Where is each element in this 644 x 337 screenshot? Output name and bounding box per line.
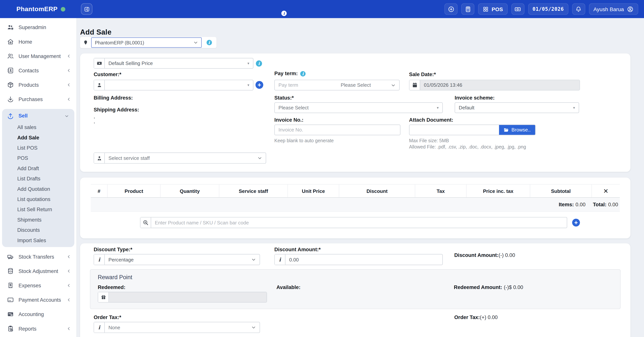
credit-card-icon — [7, 296, 14, 303]
sidebar-item-label: Superadmin — [18, 24, 46, 30]
sale-date-input[interactable] — [420, 80, 580, 90]
location-info-icon[interactable]: i — [206, 40, 212, 45]
customer-select[interactable]: ▾ — [94, 80, 253, 91]
close-icon: ✕ — [603, 187, 608, 195]
product-search-input[interactable] — [151, 217, 567, 228]
discount-amount-group: i — [274, 254, 443, 265]
sidebar-subitem-pos[interactable]: POS — [2, 153, 74, 163]
clear-items-button[interactable]: ✕ — [591, 185, 620, 197]
quick-add-button[interactable] — [444, 3, 458, 15]
user-tie-icon — [94, 153, 105, 163]
invoice-scheme-select[interactable]: Default▾ — [455, 102, 579, 113]
chevron-down-icon — [258, 156, 262, 160]
sidebar-collapse-button[interactable] — [81, 3, 92, 15]
upload-icon — [7, 112, 14, 119]
search-icon — [140, 217, 151, 228]
info-icon: i — [275, 254, 286, 265]
calendar-icon — [410, 80, 420, 90]
sidebar-subitem-list-drafts[interactable]: List Drafts — [2, 173, 74, 184]
invoice-no-group — [274, 125, 400, 135]
customer-label: Customer:* — [94, 72, 121, 77]
sidebar-subitem-discounts[interactable]: Discounts — [2, 225, 74, 235]
sidebar-item-reports[interactable]: Reports — [0, 321, 76, 336]
chevron-down-icon — [252, 325, 256, 330]
sidebar-subitem-list-pos[interactable]: List POS — [2, 143, 74, 153]
receipt-icon — [7, 282, 14, 289]
redeemed-label: Redeemed: — [98, 284, 126, 290]
address-book-icon — [7, 67, 14, 74]
address-line: , — [94, 119, 95, 124]
notifications-bell-button[interactable] — [572, 3, 585, 15]
sidebar-subitem-add-sale[interactable]: Add Sale — [2, 132, 74, 143]
order-tax-select[interactable]: i None — [94, 322, 260, 333]
sidebar-item-label: Purchases — [18, 96, 43, 102]
info-icon: i — [94, 254, 105, 265]
column-header-unit-price: Unit Price — [288, 185, 339, 197]
chevron-down-icon: ▾ — [573, 106, 575, 110]
sidebar-item-stock-adjustment[interactable]: Stock Adjustment — [0, 264, 76, 278]
sidebar-subitem-list-sell-return[interactable]: List Sell Return — [2, 204, 74, 214]
sidebar-item-label: Home — [18, 39, 32, 45]
sidebar-item-label: Contacts — [18, 68, 39, 73]
pay-term-unit-select[interactable]: Please Select — [337, 80, 399, 90]
discount-type-select[interactable]: i Percentage — [94, 254, 260, 265]
attach-document-input[interactable] — [410, 125, 499, 135]
selling-price-group-select[interactable]: Default Selling Price▾ — [94, 58, 253, 69]
sidebar-item-label: Reports — [18, 326, 36, 331]
chevron-down-icon: ▾ — [248, 83, 249, 87]
status-select[interactable]: Please Select▾ — [274, 102, 443, 113]
redeemed-input-group — [98, 292, 267, 303]
pos-button[interactable]: POS — [478, 3, 508, 15]
grid-icon — [482, 6, 489, 12]
sidebar-item-contacts[interactable]: Contacts — [0, 63, 76, 78]
sidebar-item-stock-transfers[interactable]: Stock Transfers — [0, 249, 76, 264]
sidebar-item-user-management[interactable]: User Management — [0, 49, 76, 63]
cash-register-button[interactable] — [511, 3, 524, 15]
date-display[interactable]: 01/05/2026 — [528, 3, 568, 15]
browse-button[interactable]: Browse.. — [499, 125, 535, 135]
sidebar-subitem-add-quotation[interactable]: Add Quotation — [2, 184, 74, 194]
invoice-no-help: Keep blank to auto generate — [274, 138, 334, 143]
sidebar-item-products[interactable]: Products — [0, 78, 76, 92]
pos-button-label: POS — [492, 6, 503, 12]
info-icon: i — [94, 322, 105, 332]
folder-icon — [504, 127, 509, 132]
sidebar-item-expenses[interactable]: Expenses — [0, 278, 76, 293]
sidebar-item-accounting[interactable]: Accounting — [0, 307, 76, 321]
sidebar-subitem-all-sales[interactable]: All sales — [2, 122, 74, 132]
sidebar-subitem-add-draft[interactable]: Add Draft — [2, 163, 74, 173]
calculator-button[interactable] — [461, 3, 474, 15]
items-count: Items:0.00 — [559, 202, 586, 207]
discount-amount-input[interactable] — [286, 254, 442, 265]
sidebar-item-sell[interactable]: Sell — [2, 110, 74, 122]
sidebar-subitem-list-quotations[interactable]: List quotations — [2, 194, 74, 204]
chevron-left-icon — [66, 297, 71, 302]
invoice-no-label: Invoice No.: — [274, 117, 304, 123]
sidebar-subitem-import-sales[interactable]: Import Sales — [2, 235, 74, 245]
box-icon — [7, 81, 14, 88]
top-navbar: PhantomERP i POS 01/05/2026 — [0, 0, 644, 18]
business-location-select[interactable]: PhantomERP (BL0001) — [91, 37, 202, 48]
selling-price-info-icon[interactable]: i — [256, 61, 262, 67]
brand-status-dot — [61, 7, 65, 11]
column-header-subtotal: Subtotal — [530, 185, 591, 197]
info-icon[interactable]: i — [282, 11, 287, 16]
sidebar-item-payment-accounts[interactable]: Payment Accounts — [0, 293, 76, 307]
add-customer-button[interactable]: + — [255, 81, 263, 89]
address-line: , — [94, 114, 95, 119]
sidebar: SuperadminHomeUser ManagementContactsPro… — [0, 18, 76, 337]
add-product-button[interactable]: + — [572, 219, 580, 226]
page-title: Add Sale — [80, 28, 111, 37]
sidebar-item-home[interactable]: Home — [0, 35, 76, 49]
status-label: Status:* — [274, 95, 294, 101]
sidebar-item-label: Stock Adjustment — [18, 268, 58, 274]
pay-term-input[interactable] — [275, 80, 337, 90]
sidebar-item-superadmin[interactable]: Superadmin — [0, 20, 76, 35]
user-menu-button[interactable]: Ayush Barua — [589, 3, 638, 15]
pay-term-info-icon[interactable]: i — [300, 71, 306, 76]
service-staff-select[interactable]: Select service staff — [94, 152, 266, 164]
sidebar-item-purchases[interactable]: Purchases — [0, 92, 76, 106]
redeemed-input[interactable] — [109, 292, 267, 302]
invoice-no-input[interactable] — [275, 125, 400, 135]
sidebar-subitem-shipments[interactable]: Shipments — [2, 215, 74, 225]
